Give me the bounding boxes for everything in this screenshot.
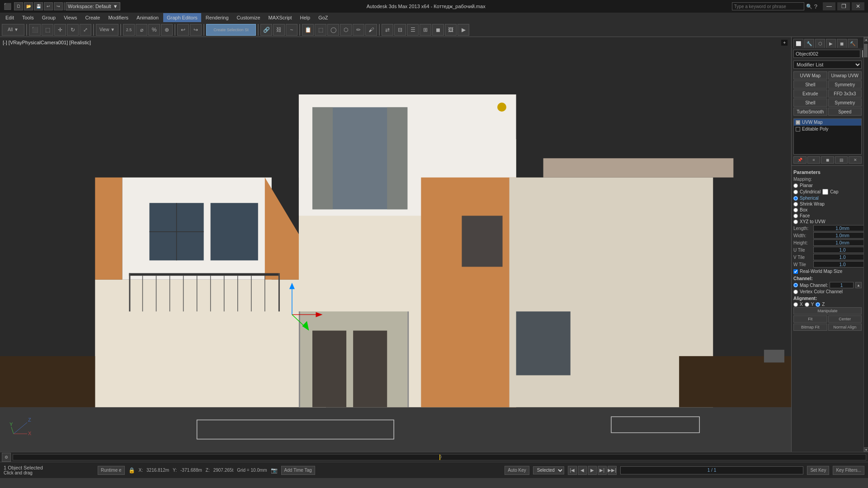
key-filters-btn[interactable]: Key Filters... [833, 466, 864, 475]
render-btn[interactable]: ▶ [458, 24, 469, 36]
normal-align-btn[interactable]: Normal Align [828, 324, 862, 331]
runtime-btn[interactable]: Runtime e [98, 466, 125, 475]
map-channel-input[interactable] [830, 282, 854, 288]
manipulate-btn[interactable]: Manipulate [793, 307, 862, 314]
map-channel-spinner[interactable]: ▲ [855, 282, 862, 288]
spinner-snap-btn[interactable]: ⊕ [161, 24, 173, 36]
lasso-sel-btn[interactable]: ✏ [353, 24, 364, 36]
next-frame-btn[interactable]: ▶| [598, 466, 607, 475]
layer-mgr-btn[interactable]: ☰ [407, 24, 419, 36]
align-x-radio[interactable] [793, 302, 798, 307]
width-input[interactable] [813, 232, 863, 239]
tab-display2[interactable]: ◼ [837, 39, 847, 48]
mod-btn-shell-1[interactable]: Shell [793, 80, 827, 89]
mapping-box-radio[interactable] [793, 208, 798, 212]
stack-item-editable-poly[interactable]: Editable Poly [794, 126, 861, 132]
mod-btn-shell-2[interactable]: Shell [793, 99, 827, 107]
menu-customize[interactable]: Customize [233, 13, 264, 22]
go-start-btn[interactable]: |◀ [568, 466, 577, 475]
play-btn[interactable]: ▶ [588, 466, 597, 475]
stack-bulb-uvw[interactable]: ● [796, 120, 800, 125]
scroll-thumb[interactable] [864, 42, 868, 447]
angle-snap-btn[interactable]: ⌀ [136, 24, 147, 36]
stack-delete-btn[interactable]: ✕ [849, 156, 862, 164]
timeline-settings-btn[interactable]: ⚙ [2, 453, 11, 462]
frame-counter-input[interactable] [620, 466, 804, 474]
set-key-btn[interactable]: Set Key [807, 466, 829, 475]
stack-pin-btn[interactable]: 📌 [793, 156, 807, 164]
snap-2d-btn[interactable]: 2.5 [123, 24, 135, 36]
v-tile-input[interactable] [813, 254, 863, 260]
selected-dropdown[interactable]: Selected [533, 466, 564, 474]
w-tile-input[interactable] [813, 261, 863, 267]
mod-btn-symmetry-1[interactable]: Symmetry [828, 80, 862, 89]
unlink-btn[interactable]: ⛓ [273, 24, 285, 36]
auto-key-btn[interactable]: Auto Key [505, 466, 529, 475]
menu-help[interactable]: Help [297, 13, 314, 22]
tab-modify[interactable]: 🔧 [804, 39, 814, 48]
create-selection-btn[interactable]: Create Selection St [206, 24, 256, 36]
select-object-btn[interactable]: ⬛ [29, 24, 41, 36]
u-tile-input[interactable] [813, 247, 863, 253]
workspace-dropdown[interactable]: Workspace: Default ▼ [66, 2, 120, 10]
timeline-bar[interactable]: 0 [13, 454, 866, 460]
tab-utilities[interactable]: 🔨 [848, 39, 858, 48]
select-filter-dropdown[interactable]: All ▼ [2, 24, 24, 36]
mod-btn-extrude[interactable]: Extrude [793, 89, 827, 98]
modifier-list-dropdown[interactable]: Modifier List [793, 61, 862, 69]
circ-sel-btn[interactable]: ◯ [327, 24, 339, 36]
undo-btn[interactable]: ↩ [44, 2, 53, 10]
mirror-btn[interactable]: ⇄ [382, 24, 393, 36]
paint-sel-btn[interactable]: 🖌 [365, 24, 377, 36]
open-btn[interactable]: 📂 [24, 2, 33, 10]
select-by-name-btn[interactable]: 📋 [302, 24, 314, 36]
stack-show-all-btn[interactable]: ◼ [821, 156, 834, 164]
menu-graph-editors[interactable]: Graph Editors [163, 13, 201, 22]
mod-btn-ffd3x3x3[interactable]: FFD 3x3x3 [828, 89, 862, 98]
menu-rendering[interactable]: Rendering [202, 13, 232, 22]
bitmap-fit-btn[interactable]: Bitmap Fit [793, 324, 827, 331]
scale-tool-btn[interactable]: ⤢ [80, 24, 91, 36]
scroll-down-arrow[interactable]: ▼ [864, 447, 868, 452]
select-region-btn[interactable]: ⬚ [42, 24, 53, 36]
menu-animation[interactable]: Animation [133, 13, 162, 22]
stack-show-result-btn[interactable]: ▤ [835, 156, 848, 164]
menu-tools[interactable]: Tools [19, 13, 38, 22]
add-time-tag-btn[interactable]: Add Time Tag [281, 466, 315, 475]
real-world-checkbox[interactable] [793, 269, 798, 274]
mapping-planar-radio[interactable] [793, 183, 798, 188]
search-input[interactable] [732, 2, 804, 10]
viewport-maximize-btn[interactable]: + [781, 40, 788, 46]
stack-bulb-epoly[interactable] [796, 127, 800, 131]
pct-snap-btn[interactable]: % [148, 24, 160, 36]
render-setup-btn[interactable]: 🖼 [445, 24, 457, 36]
align-btn[interactable]: ⊟ [394, 24, 406, 36]
object-name-input[interactable] [793, 50, 860, 58]
link-btn[interactable]: 🔗 [260, 24, 272, 36]
rect-sel-btn[interactable]: ⬚ [315, 24, 326, 36]
ref-coord-dropdown[interactable]: View ▼ [96, 24, 118, 36]
fence-sel-btn[interactable]: ⬡ [340, 24, 352, 36]
close-button[interactable]: ✕ [852, 2, 864, 10]
material-editor-btn[interactable]: ◼ [432, 24, 444, 36]
mapping-xyz-radio[interactable] [793, 220, 798, 224]
save-btn[interactable]: 💾 [34, 2, 43, 10]
map-channel-radio[interactable] [793, 283, 798, 287]
mapping-shrinkwrap-radio[interactable] [793, 202, 798, 206]
align-z-radio[interactable] [816, 302, 820, 307]
stack-item-uvw-map[interactable]: ● UVW Map [794, 119, 861, 126]
cylindrical-cap-checkbox[interactable] [822, 189, 828, 195]
mod-btn-unwrap-uvw[interactable]: Unwrap UVW [828, 71, 862, 80]
mod-btn-speed[interactable]: Speed [828, 108, 862, 116]
menu-views[interactable]: Views [60, 13, 80, 22]
menu-create[interactable]: Create [81, 13, 104, 22]
tab-hierarchy[interactable]: ⬡ [815, 39, 825, 48]
mapping-cylindrical-radio[interactable] [793, 190, 798, 194]
right-scrollbar[interactable]: ▲ ▼ [863, 37, 868, 452]
new-btn[interactable]: 🗋 [14, 2, 23, 10]
scroll-up-arrow[interactable]: ▲ [864, 37, 868, 42]
schematic-btn[interactable]: ⊞ [420, 24, 431, 36]
fit-btn[interactable]: Fit [793, 315, 827, 323]
tab-motion[interactable]: ▶ [826, 39, 836, 48]
object-color-swatch[interactable] [862, 50, 863, 57]
